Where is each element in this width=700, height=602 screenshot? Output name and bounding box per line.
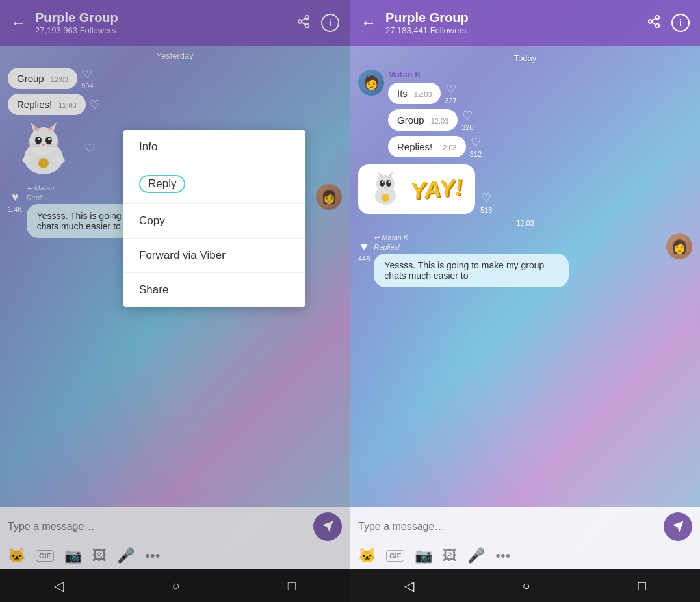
context-menu: Info Reply Copy Forward via Viber Share [123, 130, 305, 307]
message-row-group-right: Group 12:03 ♡ 320 [358, 109, 692, 131]
message-input-right[interactable] [358, 521, 658, 532]
send-button-right[interactable] [664, 512, 692, 541]
followers-right: 27,183,441 Followers [385, 25, 640, 35]
heart-group-right[interactable]: ♡ [462, 109, 473, 123]
svg-point-26 [649, 20, 653, 23]
svg-point-39 [389, 181, 391, 183]
yay-sticker: YAY! [358, 164, 475, 214]
input-area-right: 🐱 GIF 📷 🖼 🎤 ••• [350, 507, 700, 569]
like-yay[interactable]: ♡ 518 [480, 190, 492, 214]
matan-row-right: 🧑 Matan K Its 12:03 ♡ 327 [358, 70, 692, 105]
reply-highlight[interactable]: Reply [139, 175, 185, 193]
menu-reply[interactable]: Reply [123, 164, 305, 204]
header-right: ← Purple Group 27,183,441 Followers i [350, 0, 700, 46]
like-area-long-right[interactable]: ♥ 448 [358, 233, 370, 263]
yay-cat-svg [366, 170, 405, 209]
input-row-right [358, 512, 692, 541]
menu-info[interactable]: Info [123, 130, 305, 164]
nav-home-right[interactable]: ○ [522, 579, 530, 594]
more-icon-right[interactable]: ••• [495, 547, 510, 564]
svg-line-29 [652, 18, 656, 20]
yay-text: YAY! [409, 176, 464, 203]
nav-bar-right: ◁ ○ □ [350, 569, 700, 602]
chat-area-right: Today 🧑 Matan K Its 12:03 ♡ 327 [350, 46, 700, 507]
info-icon-right[interactable]: i [671, 14, 690, 32]
yay-sticker-row: YAY! ♡ 518 [358, 164, 692, 214]
svg-point-36 [380, 180, 385, 187]
svg-point-37 [386, 180, 391, 187]
reply-attribution-right: ↩ Matan K [374, 233, 662, 242]
svg-point-41 [382, 194, 389, 202]
left-panel: ← Purple Group 27,193,963 Followers i Ye… [0, 0, 350, 602]
nav-square-right[interactable]: □ [638, 579, 646, 594]
gif-icon-right[interactable]: GIF [386, 550, 404, 562]
reply-preview-right: Replies! [374, 243, 662, 251]
svg-point-38 [382, 181, 384, 183]
heart-replies-right[interactable]: ♡ [471, 135, 481, 150]
svg-marker-42 [673, 521, 684, 532]
svg-point-40 [384, 187, 387, 189]
toolbar-right: 🐱 GIF 📷 🖼 🎤 ••• [358, 545, 692, 567]
header-icons-right: i [647, 14, 690, 32]
right-panel: ← Purple Group 27,183,441 Followers i To… [350, 0, 700, 602]
menu-share[interactable]: Share [123, 273, 305, 307]
svg-line-28 [652, 22, 656, 25]
svg-point-25 [656, 15, 660, 19]
menu-copy[interactable]: Copy [123, 204, 305, 239]
heart-long-right[interactable]: ♥ [361, 240, 368, 254]
svg-point-31 [376, 175, 395, 193]
mic-icon-right[interactable]: 🎤 [467, 547, 485, 564]
context-overlay[interactable]: Info Reply Copy Forward via Viber Share [0, 0, 350, 602]
back-button-right[interactable]: ← [361, 14, 376, 32]
date-label-right: Today [358, 53, 692, 63]
heart-yay[interactable]: ♡ [481, 190, 491, 205]
avatar-right-right: 👩 [666, 233, 692, 259]
message-row-replies-right: Replies! 12:03 ♡ 312 [358, 135, 692, 158]
bubble-group-right[interactable]: Group 12:03 [388, 109, 458, 131]
like-replies-right[interactable]: ♡ 312 [470, 135, 482, 158]
bubble-its[interactable]: Its 12:03 [388, 83, 441, 104]
like-its[interactable]: ♡ 327 [445, 82, 456, 105]
emoji-icon-right[interactable]: 🐱 [358, 547, 376, 564]
svg-point-27 [656, 23, 660, 27]
like-group-right[interactable]: ♡ 320 [461, 109, 473, 131]
avatar-matan: 🧑 [358, 70, 384, 96]
header-info-right: Purple Group 27,183,441 Followers [385, 10, 640, 35]
reply-message-row-right: ♥ 448 ↩ Matan K Replies! Yessss. This is… [358, 233, 692, 287]
camera-icon-right[interactable]: 📷 [415, 547, 432, 564]
bubble-replies-right[interactable]: Replies! 12:03 [388, 136, 466, 157]
yay-sticker-time: 12:03 [358, 219, 692, 227]
gallery-icon-right[interactable]: 🖼 [443, 547, 457, 564]
share-icon-right[interactable] [647, 14, 661, 32]
heart-its[interactable]: ♡ [446, 82, 456, 96]
menu-forward[interactable]: Forward via Viber [123, 239, 305, 273]
sender-name-matan: Matan K [388, 70, 692, 79]
group-title-right: Purple Group [385, 10, 640, 25]
long-message-right: Yessss. This is going to make my group c… [374, 254, 569, 287]
nav-back-right[interactable]: ◁ [404, 578, 414, 594]
